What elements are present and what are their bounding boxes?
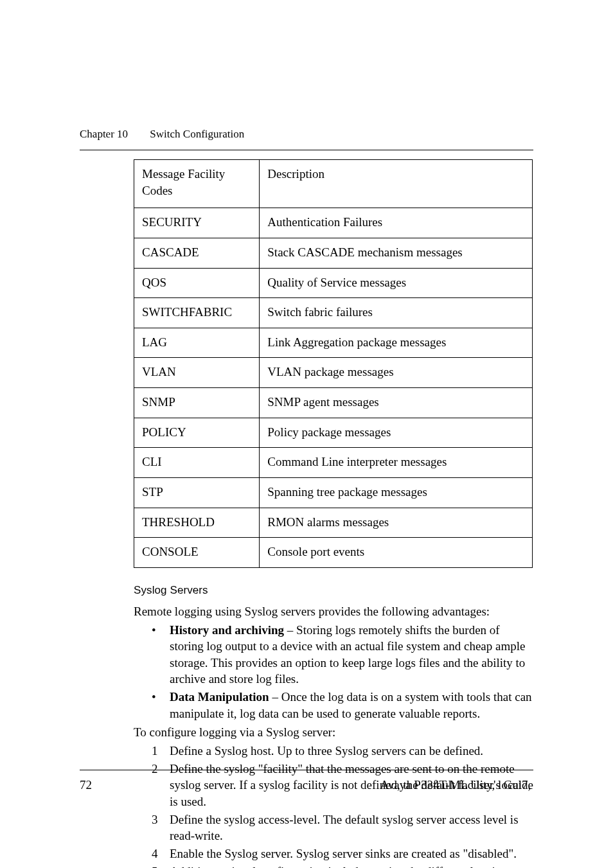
- book-title: Avaya P334T-ML User's Guide: [380, 777, 533, 793]
- table-row: SECURITYAuthentication Failures: [134, 208, 533, 238]
- table-header-desc: Description: [260, 160, 533, 208]
- table-row: CASCADEStack CASCADE mechanism messages: [134, 238, 533, 268]
- desc-cell: Command Line interpreter messages: [260, 448, 533, 478]
- desc-cell: Link Aggregation package messages: [260, 328, 533, 358]
- config-intro: To configure logging via a Syslog server…: [134, 724, 533, 741]
- code-cell: CLI: [134, 448, 260, 478]
- main-content: Message Facility Codes Description SECUR…: [134, 159, 533, 868]
- desc-cell: Switch fabric failures: [260, 298, 533, 328]
- list-item: Data Manipulation – Once the log data is…: [152, 689, 533, 722]
- step-item: Define the syslog access-level. The defa…: [152, 811, 533, 844]
- table-row: CONSOLEConsole port events: [134, 538, 533, 568]
- desc-cell: RMON alarms messages: [260, 508, 533, 538]
- chapter-title: Switch Configuration: [150, 128, 244, 140]
- code-cell: VLAN: [134, 358, 260, 388]
- table-row: VLANVLAN package messages: [134, 358, 533, 388]
- page-number: 72: [80, 777, 92, 793]
- desc-cell: Spanning tree package messages: [260, 478, 533, 508]
- table-row: LAGLink Aggregation package messages: [134, 328, 533, 358]
- message-facility-table: Message Facility Codes Description SECUR…: [134, 159, 533, 568]
- config-steps: Define a Syslog host. Up to three Syslog…: [134, 743, 533, 868]
- code-cell: POLICY: [134, 418, 260, 448]
- table-row: SWITCHFABRICSwitch fabric failures: [134, 298, 533, 328]
- table-header-code: Message Facility Codes: [134, 160, 260, 208]
- bullet-lead: Data Manipulation: [170, 690, 269, 704]
- table-header-row: Message Facility Codes Description: [134, 160, 533, 208]
- code-cell: SNMP: [134, 388, 260, 418]
- step-item: Define a Syslog host. Up to three Syslog…: [152, 743, 533, 759]
- desc-cell: SNMP agent messages: [260, 388, 533, 418]
- desc-cell: Policy package messages: [260, 418, 533, 448]
- table-row: CLICommand Line interpreter messages: [134, 448, 533, 478]
- intro-paragraph: Remote logging using Syslog servers prov…: [134, 603, 533, 620]
- running-header: Chapter 10 Switch Configuration: [80, 127, 533, 150]
- desc-cell: Authentication Failures: [260, 208, 533, 238]
- code-cell: SECURITY: [134, 208, 260, 238]
- section-heading: Syslog Servers: [134, 583, 533, 598]
- step-item: Enable the Syslog server. Syslog server …: [152, 846, 533, 862]
- desc-cell: Stack CASCADE mechanism messages: [260, 238, 533, 268]
- desc-cell: Quality of Service messages: [260, 268, 533, 298]
- code-cell: STP: [134, 478, 260, 508]
- step-item: Addition optional configuration includes…: [152, 864, 533, 868]
- code-cell: SWITCHFABRIC: [134, 298, 260, 328]
- advantages-list: History and archiving – Storing logs rem…: [134, 622, 533, 722]
- code-cell: THRESHOLD: [134, 508, 260, 538]
- desc-cell: Console port events: [260, 538, 533, 568]
- table-row: STPSpanning tree package messages: [134, 478, 533, 508]
- desc-cell: VLAN package messages: [260, 358, 533, 388]
- bullet-lead: History and archiving: [170, 623, 284, 637]
- table-row: SNMPSNMP agent messages: [134, 388, 533, 418]
- code-cell: CONSOLE: [134, 538, 260, 568]
- list-item: History and archiving – Storing logs rem…: [152, 622, 533, 688]
- code-cell: QOS: [134, 268, 260, 298]
- table-row: QOSQuality of Service messages: [134, 268, 533, 298]
- table-row: POLICYPolicy package messages: [134, 418, 533, 448]
- code-cell: CASCADE: [134, 238, 260, 268]
- page-footer: 72 Avaya P334T-ML User's Guide: [80, 770, 533, 793]
- chapter-number: Chapter 10: [80, 128, 128, 140]
- code-cell: LAG: [134, 328, 260, 358]
- table-row: THRESHOLDRMON alarms messages: [134, 508, 533, 538]
